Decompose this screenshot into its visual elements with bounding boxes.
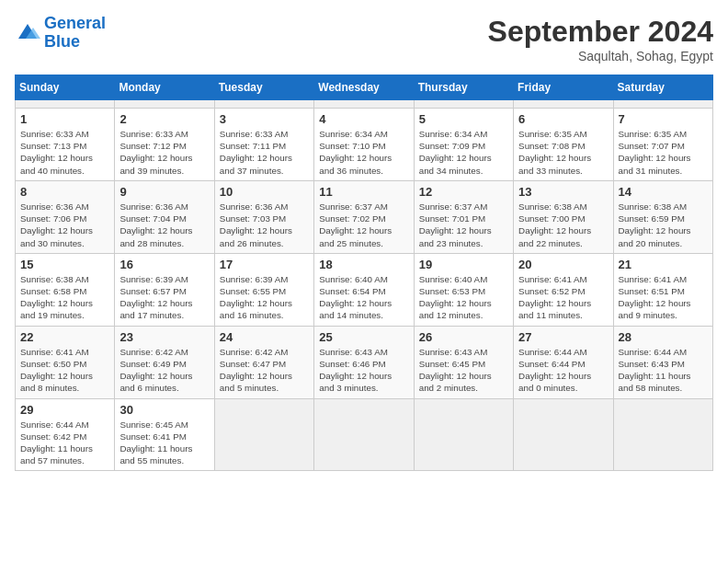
day-info: Sunrise: 6:44 AM Sunset: 6:42 PM Dayligh… (20, 419, 109, 467)
calendar-cell (613, 100, 712, 109)
day-info: Sunrise: 6:38 AM Sunset: 6:58 PM Dayligh… (20, 273, 109, 322)
logo: General Blue (15, 15, 106, 52)
header-monday: Monday (115, 75, 214, 100)
calendar-cell: 14Sunrise: 6:38 AM Sunset: 6:59 PM Dayli… (613, 180, 712, 253)
day-info: Sunrise: 6:41 AM Sunset: 6:52 PM Dayligh… (518, 273, 608, 322)
day-number: 8 (20, 185, 109, 199)
header-sunday: Sunday (16, 75, 115, 100)
day-number: 28 (619, 330, 708, 344)
day-info: Sunrise: 6:34 AM Sunset: 7:10 PM Dayligh… (319, 128, 408, 177)
day-number: 22 (20, 330, 109, 344)
calendar-cell (613, 398, 712, 471)
calendar-cell: 23Sunrise: 6:42 AM Sunset: 6:49 PM Dayli… (115, 326, 214, 398)
day-number: 23 (119, 330, 209, 344)
calendar-cell (414, 398, 513, 471)
calendar-cell: 1Sunrise: 6:33 AM Sunset: 7:13 PM Daylig… (16, 109, 115, 181)
day-number: 5 (419, 112, 508, 126)
month-title: September 2024 (488, 15, 713, 49)
day-info: Sunrise: 6:43 AM Sunset: 6:45 PM Dayligh… (419, 346, 508, 395)
calendar-cell (314, 398, 414, 471)
calendar-cell: 18Sunrise: 6:40 AM Sunset: 6:54 PM Dayli… (314, 253, 414, 326)
calendar-cell: 21Sunrise: 6:41 AM Sunset: 6:51 PM Dayli… (613, 253, 712, 326)
calendar-cell: 20Sunrise: 6:41 AM Sunset: 6:52 PM Dayli… (514, 253, 613, 326)
calendar-cell: 13Sunrise: 6:38 AM Sunset: 7:00 PM Dayli… (514, 180, 613, 253)
day-info: Sunrise: 6:38 AM Sunset: 7:00 PM Dayligh… (518, 201, 608, 249)
calendar-cell (514, 100, 613, 109)
day-number: 21 (619, 258, 708, 271)
day-info: Sunrise: 6:37 AM Sunset: 7:01 PM Dayligh… (419, 201, 508, 249)
header-tuesday: Tuesday (214, 75, 313, 100)
day-number: 17 (220, 258, 309, 271)
header-thursday: Thursday (414, 75, 513, 100)
day-number: 12 (419, 185, 508, 199)
calendar-cell: 10Sunrise: 6:36 AM Sunset: 7:03 PM Dayli… (214, 180, 313, 253)
day-info: Sunrise: 6:33 AM Sunset: 7:11 PM Dayligh… (220, 128, 309, 177)
day-number: 18 (319, 258, 408, 271)
calendar-cell: 15Sunrise: 6:38 AM Sunset: 6:58 PM Dayli… (16, 253, 115, 326)
logo-text: General Blue (44, 15, 106, 52)
calendar-cell: 16Sunrise: 6:39 AM Sunset: 6:57 PM Dayli… (115, 253, 214, 326)
calendar-cell: 8Sunrise: 6:36 AM Sunset: 7:06 PM Daylig… (16, 180, 115, 253)
day-number: 10 (220, 185, 309, 199)
day-info: Sunrise: 6:34 AM Sunset: 7:09 PM Dayligh… (419, 128, 508, 177)
calendar-cell: 7Sunrise: 6:35 AM Sunset: 7:07 PM Daylig… (613, 109, 712, 181)
day-number: 6 (518, 112, 608, 126)
day-number: 1 (20, 112, 109, 126)
day-number: 13 (518, 185, 608, 199)
day-number: 20 (518, 258, 608, 271)
week-row-1: 1Sunrise: 6:33 AM Sunset: 7:13 PM Daylig… (16, 109, 713, 181)
calendar-cell: 4Sunrise: 6:34 AM Sunset: 7:10 PM Daylig… (314, 109, 414, 181)
calendar-cell: 26Sunrise: 6:43 AM Sunset: 6:45 PM Dayli… (414, 326, 513, 398)
calendar-cell (414, 100, 513, 109)
calendar-cell: 29Sunrise: 6:44 AM Sunset: 6:42 PM Dayli… (16, 398, 115, 471)
location: Saqultah, Sohag, Egypt (488, 49, 713, 63)
day-info: Sunrise: 6:33 AM Sunset: 7:12 PM Dayligh… (119, 128, 209, 177)
week-row-5: 29Sunrise: 6:44 AM Sunset: 6:42 PM Dayli… (16, 398, 713, 471)
calendar-cell: 6Sunrise: 6:35 AM Sunset: 7:08 PM Daylig… (514, 109, 613, 181)
day-number: 26 (419, 330, 508, 344)
calendar-cell: 17Sunrise: 6:39 AM Sunset: 6:55 PM Dayli… (214, 253, 313, 326)
day-info: Sunrise: 6:35 AM Sunset: 7:08 PM Dayligh… (518, 128, 608, 177)
calendar-cell: 2Sunrise: 6:33 AM Sunset: 7:12 PM Daylig… (115, 109, 214, 181)
day-info: Sunrise: 6:36 AM Sunset: 7:06 PM Dayligh… (20, 201, 109, 249)
calendar-cell: 22Sunrise: 6:41 AM Sunset: 6:50 PM Dayli… (16, 326, 115, 398)
day-info: Sunrise: 6:40 AM Sunset: 6:53 PM Dayligh… (419, 273, 508, 322)
calendar-table: SundayMondayTuesdayWednesdayThursdayFrid… (15, 75, 713, 471)
calendar-cell: 9Sunrise: 6:36 AM Sunset: 7:04 PM Daylig… (115, 180, 214, 253)
day-number: 27 (518, 330, 608, 344)
day-number: 29 (20, 403, 109, 417)
calendar-cell (16, 100, 115, 109)
calendar-cell (314, 100, 414, 109)
day-number: 2 (119, 112, 209, 126)
day-number: 7 (619, 112, 708, 126)
calendar-cell: 27Sunrise: 6:44 AM Sunset: 6:44 PM Dayli… (514, 326, 613, 398)
calendar-cell (214, 398, 313, 471)
calendar-cell: 28Sunrise: 6:44 AM Sunset: 6:43 PM Dayli… (613, 326, 712, 398)
day-info: Sunrise: 6:43 AM Sunset: 6:46 PM Dayligh… (319, 346, 408, 395)
calendar-cell: 19Sunrise: 6:40 AM Sunset: 6:53 PM Dayli… (414, 253, 513, 326)
week-row-4: 22Sunrise: 6:41 AM Sunset: 6:50 PM Dayli… (16, 326, 713, 398)
week-row-2: 8Sunrise: 6:36 AM Sunset: 7:06 PM Daylig… (16, 180, 713, 253)
day-info: Sunrise: 6:33 AM Sunset: 7:13 PM Dayligh… (20, 128, 109, 177)
day-info: Sunrise: 6:38 AM Sunset: 6:59 PM Dayligh… (619, 201, 708, 249)
calendar-cell: 3Sunrise: 6:33 AM Sunset: 7:11 PM Daylig… (214, 109, 313, 181)
calendar-cell (115, 100, 214, 109)
day-info: Sunrise: 6:40 AM Sunset: 6:54 PM Dayligh… (319, 273, 408, 322)
page-header: General Blue September 2024 Saqultah, So… (15, 15, 713, 63)
day-info: Sunrise: 6:44 AM Sunset: 6:43 PM Dayligh… (619, 346, 708, 395)
calendar-cell (214, 100, 313, 109)
day-info: Sunrise: 6:42 AM Sunset: 6:47 PM Dayligh… (220, 346, 309, 395)
calendar-cell: 11Sunrise: 6:37 AM Sunset: 7:02 PM Dayli… (314, 180, 414, 253)
day-number: 15 (20, 258, 109, 271)
day-number: 19 (419, 258, 508, 271)
calendar-cell: 25Sunrise: 6:43 AM Sunset: 6:46 PM Dayli… (314, 326, 414, 398)
day-info: Sunrise: 6:36 AM Sunset: 7:03 PM Dayligh… (220, 201, 309, 249)
day-info: Sunrise: 6:42 AM Sunset: 6:49 PM Dayligh… (119, 346, 209, 395)
header-saturday: Saturday (613, 75, 712, 100)
header-friday: Friday (514, 75, 613, 100)
day-number: 25 (319, 330, 408, 344)
calendar-cell: 5Sunrise: 6:34 AM Sunset: 7:09 PM Daylig… (414, 109, 513, 181)
day-info: Sunrise: 6:41 AM Sunset: 6:51 PM Dayligh… (619, 273, 708, 322)
day-info: Sunrise: 6:39 AM Sunset: 6:57 PM Dayligh… (119, 273, 209, 322)
day-number: 16 (119, 258, 209, 271)
